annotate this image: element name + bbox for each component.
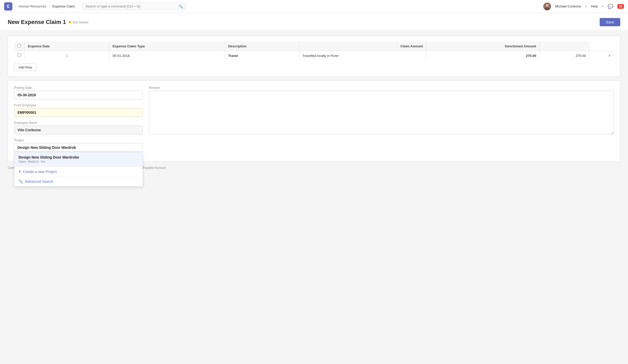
navbar: E › Human Resources › Expense Claim 🔍 Mi… (0, 0, 628, 13)
description-cell: Travelled locally in Pune (299, 51, 426, 60)
posting-date-label: Posting Date (14, 86, 143, 90)
form-right-column: Remark (149, 86, 614, 156)
form-card: Posting Date From Employee Employee Name… (8, 81, 620, 161)
from-employee-input[interactable] (14, 108, 143, 117)
col-header-description: Description (225, 41, 299, 51)
notification-badge[interactable]: 10 (617, 4, 624, 9)
sanctioned-amount-cell: 270.00 (539, 51, 589, 60)
user-dropdown-arrow[interactable]: ▾ (585, 5, 587, 8)
search-icon: 🔍 (179, 4, 183, 8)
create-project-action[interactable]: + Create a new Project (14, 167, 143, 177)
search-container: 🔍 (82, 3, 185, 10)
project-label: Project (14, 138, 143, 142)
col-header-expense-claim-type: Expense Claim Type (109, 41, 225, 51)
search-input[interactable] (82, 3, 185, 10)
col-header-expense-date: Expense Date (25, 41, 109, 51)
logo-letter: E (7, 4, 10, 9)
remark-label: Remark (149, 86, 614, 90)
posting-date-input[interactable] (14, 91, 143, 99)
advanced-search-action[interactable]: 🔍 Advanced Search (14, 177, 143, 186)
expense-type-cell: Travel (225, 51, 299, 60)
project-input[interactable] (14, 143, 143, 152)
svg-point-1 (546, 4, 549, 7)
expense-date-cell: 05-01-2018 (109, 51, 225, 60)
employee-name-label: Employee Name (14, 121, 143, 125)
help-dropdown-arrow[interactable]: ▾ (602, 5, 604, 8)
project-item-title: Design New Sliding Door Wardrobe (19, 155, 138, 159)
remark-textarea[interactable] (149, 91, 614, 134)
posting-date-group: Posting Date (14, 86, 143, 99)
col-header-checkbox (14, 41, 25, 51)
advanced-search-label: Advanced Search (25, 179, 54, 184)
user-name[interactable]: Michael Corleone (555, 4, 581, 8)
save-button[interactable]: Save (600, 18, 620, 26)
create-project-label: Create a new Project (23, 170, 57, 174)
row-dropdown-cell[interactable]: ▾ (589, 51, 614, 60)
payable-account-label: Payable Account (143, 166, 165, 170)
expense-table: Expense Date Expense Claim Type Descript… (14, 41, 614, 60)
status-label: Not Saved (73, 20, 88, 24)
help-link[interactable]: Help (591, 4, 598, 8)
main-content: Expense Date Expense Claim Type Descript… (0, 31, 628, 364)
status-badge: Not Saved (69, 20, 88, 24)
app-logo[interactable]: E (4, 2, 12, 11)
breadcrumb-arrow-1: › (15, 5, 16, 8)
project-item-subtitle: Open, Medium, Yes (19, 160, 138, 163)
breadcrumb-human-resources[interactable]: Human Resources (19, 4, 46, 8)
employee-name-group: Employee Name (14, 121, 143, 134)
row-checkbox-cell (14, 51, 25, 60)
row-dropdown-arrow[interactable]: ▾ (609, 54, 610, 58)
col-header-sanctioned-amount: Sanctioned Amount (426, 41, 539, 51)
table-row: 1 05-01-2018 Travel Travelled locally in… (14, 51, 614, 60)
page-header: New Expense Claim 1 Not Saved Save (0, 13, 628, 31)
payable-account-section: Payable Account (143, 166, 620, 170)
search-small-icon: 🔍 (19, 179, 23, 184)
breadcrumb-arrow-2: › (49, 5, 50, 8)
form-left-column: Posting Date From Employee Employee Name… (14, 86, 143, 156)
from-employee-group: From Employee (14, 103, 143, 117)
page-title-area: New Expense Claim 1 Not Saved (8, 19, 88, 25)
project-dropdown-menu: Design New Sliding Door Wardrobe Open, M… (14, 152, 143, 187)
project-group: Project Design New Sliding Door Wardrobe… (14, 138, 143, 152)
remark-group: Remark (149, 86, 614, 135)
page-title: New Expense Claim 1 (8, 19, 66, 25)
notification-bell-icon[interactable]: 💬 (608, 4, 613, 9)
select-all-checkbox[interactable] (18, 44, 21, 47)
breadcrumb-expense-claim[interactable]: Expense Claim (53, 4, 75, 8)
status-dot (69, 21, 71, 23)
col-header-actions (539, 41, 589, 51)
from-employee-label: From Employee (14, 103, 143, 107)
row-checkbox[interactable] (18, 54, 21, 57)
claim-amount-cell: 270.00 (426, 51, 539, 60)
employee-name-input (14, 126, 143, 134)
row-number: 1 (25, 51, 109, 60)
avatar[interactable] (543, 3, 551, 10)
plus-icon: + (19, 169, 21, 174)
add-row-button[interactable]: Add Row (14, 64, 37, 71)
form-section: Posting Date From Employee Employee Name… (14, 86, 614, 156)
col-header-claim-amount: Claim Amount (299, 41, 426, 51)
navbar-right: Michael Corleone ▾ Help ▾ 💬 10 (543, 3, 624, 10)
expense-table-card: Expense Date Expense Claim Type Descript… (8, 36, 620, 76)
project-dropdown-item[interactable]: Design New Sliding Door Wardrobe Open, M… (14, 152, 143, 167)
